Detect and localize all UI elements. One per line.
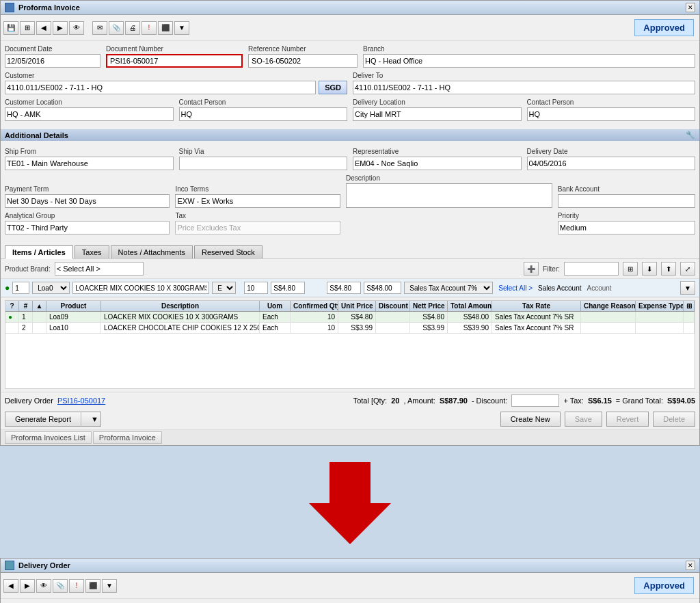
delivery-order-titlebar: Delivery Order ✕: [1, 559, 699, 573]
do-toolbar-eye-btn[interactable]: 👁: [36, 579, 51, 593]
description-input[interactable]: [346, 183, 552, 208]
revert-btn[interactable]: Revert: [606, 412, 649, 427]
toolbar-save-btn[interactable]: 💾: [3, 21, 18, 35]
tab-taxes[interactable]: Taxes: [75, 245, 109, 258]
toolbar-forward-btn[interactable]: ▶: [53, 21, 68, 35]
row-number-input[interactable]: [12, 282, 29, 294]
toolbar-dropdown-btn[interactable]: ▼: [174, 21, 189, 35]
representative-group: Representative EM04 - Noe Saqlio: [353, 148, 522, 170]
toolbar-alert-btn[interactable]: !: [142, 21, 157, 35]
ship-via-select[interactable]: [179, 157, 348, 170]
grid-header: ? # ▲ Product Description Uom Confirmed …: [5, 301, 695, 312]
total-input[interactable]: [364, 282, 401, 294]
expand-btn[interactable]: ⤢: [680, 262, 695, 276]
generate-report-btn[interactable]: Generate Report: [5, 412, 81, 427]
do-toolbar-back-btn[interactable]: ◀: [3, 579, 18, 593]
upload-btn[interactable]: ⬆: [661, 262, 676, 276]
ship-from-select[interactable]: TE01 - Main Warehouse: [5, 157, 174, 170]
product-brand-select[interactable]: < Select All >: [55, 262, 144, 276]
row2-product: Loa10: [46, 323, 101, 333]
add-row-btn[interactable]: ➕: [524, 262, 539, 276]
customer-select[interactable]: 4110.011/SE002 - 7-11 - HQ: [5, 81, 316, 94]
row2-extra: [684, 323, 695, 333]
ref-number-input[interactable]: [248, 54, 358, 68]
representative-select[interactable]: EM04 - Noe Saqlio: [353, 157, 522, 170]
download-btn[interactable]: ⬇: [642, 262, 657, 276]
save-btn[interactable]: Save: [565, 412, 602, 427]
select-all-link[interactable]: Select All >: [498, 284, 533, 292]
uom-select[interactable]: Ea: [212, 282, 236, 294]
filter-input[interactable]: [564, 262, 619, 276]
toolbar-print-btn[interactable]: 🖨: [125, 21, 140, 35]
tab-notes-attachments[interactable]: Notes / Attachments: [111, 245, 193, 258]
branch-group: Branch HQ - Head Office: [363, 45, 695, 68]
tab-reserved-stock[interactable]: Reserved Stock: [194, 245, 262, 258]
doc-number-label: Document Number: [106, 45, 243, 53]
delivery-order-toolbar: ◀ ▶ 👁 📎 ! ⬛ ▼ Approved: [1, 573, 699, 599]
total-qty-label: Total [Qty:: [353, 397, 388, 405]
proforma-invoice-titlebar: Proforma Invoice ✕: [1, 1, 699, 15]
form-row-2: Customer 4110.011/SE002 - 7-11 - HQ SGD …: [5, 72, 695, 94]
doc-number-input[interactable]: [106, 54, 243, 68]
priority-select[interactable]: Medium: [558, 221, 695, 234]
cust-location-select[interactable]: HQ - AMK: [5, 107, 174, 121]
grid-row-1[interactable]: ● 1 Loa09 LOACKER MIX COOKIES 10 X 300GR…: [5, 312, 695, 323]
col-extra: ⊞: [684, 301, 695, 311]
row-action-btn[interactable]: ▼: [680, 281, 695, 295]
tax-rate-select[interactable]: Sales Tax Account 7%: [404, 282, 493, 294]
proforma-invoice-close-btn[interactable]: ✕: [686, 3, 695, 12]
toolbar-back-btn[interactable]: ◀: [36, 21, 51, 35]
grid-row-2[interactable]: 2 Loa10 LOACKER CHOCOLATE CHIP COOKIES 1…: [5, 323, 695, 334]
toolbar-mail-btn[interactable]: ✉: [92, 21, 107, 35]
svg-marker-0: [309, 462, 391, 544]
delivery-location-select[interactable]: City Hall MRT: [353, 107, 522, 121]
generate-report-arrow-btn[interactable]: ▼: [81, 412, 101, 427]
sales-account-label: Sales Account: [538, 284, 581, 292]
toolbar-grid-btn[interactable]: ⊞: [20, 21, 35, 35]
payment-term-select[interactable]: Net 30 Days - Net 30 Days: [5, 194, 170, 208]
col-uom: Uom: [260, 301, 291, 311]
qty-input[interactable]: [244, 282, 268, 294]
product-description-input[interactable]: [72, 282, 209, 294]
tab-items-articles[interactable]: Items / Articles: [5, 245, 73, 259]
do-toolbar-stop-btn[interactable]: ⬛: [85, 579, 100, 593]
branch-select[interactable]: HQ - Head Office: [363, 54, 695, 68]
currency-btn[interactable]: SGD: [319, 81, 347, 94]
create-new-btn[interactable]: Create New: [500, 412, 561, 427]
delivery-order-close-btn[interactable]: ✕: [686, 561, 695, 570]
toolbar-attach-btn[interactable]: 📎: [109, 21, 124, 35]
bank-account-select[interactable]: [558, 194, 695, 208]
doc-date-select[interactable]: 12/05/2016: [5, 54, 100, 68]
row2-qty: 10: [291, 323, 338, 333]
nett-price-input[interactable]: [327, 282, 361, 294]
contact-person-select[interactable]: HQ: [179, 107, 348, 121]
do-toolbar-dropdown-btn[interactable]: ▼: [102, 579, 117, 593]
ship-from-group: Ship From TE01 - Main Warehouse: [5, 148, 174, 170]
deliver-to-select[interactable]: 4110.011/SE002 - 7-11 - HQ: [353, 81, 695, 94]
unit-price-input[interactable]: [271, 282, 305, 294]
delivery-date-select[interactable]: 04/05/2016: [527, 157, 696, 170]
analytical-group-select[interactable]: TT02 - Third Party: [5, 221, 170, 234]
inco-terms-select[interactable]: EXW - Ex Works: [175, 194, 340, 208]
product-code-select[interactable]: Loa0: [32, 282, 70, 294]
delete-btn[interactable]: Delete: [653, 412, 695, 427]
discount-input[interactable]: [511, 394, 559, 407]
do-toolbar-forward-btn[interactable]: ▶: [20, 579, 35, 593]
deliver-to-label: Deliver To: [353, 72, 695, 79]
form-row-1: Document Date 12/05/2016 Document Number…: [5, 45, 695, 68]
do-toolbar-attach-btn[interactable]: 📎: [53, 579, 68, 593]
row1-change-reason: [581, 312, 636, 322]
amount-label: , Amount:: [403, 397, 435, 405]
generate-report-dropdown: Generate Report ▼: [5, 412, 101, 427]
breadcrumb-proforma-list[interactable]: Proforma Invoices List: [5, 431, 92, 444]
delivery-contact-select[interactable]: HQ: [527, 107, 696, 121]
breadcrumb-proforma-invoice[interactable]: Proforma Invoice: [93, 431, 162, 444]
toolbar-stop-btn[interactable]: ⬛: [158, 21, 173, 35]
do-toolbar-alert-btn[interactable]: !: [69, 579, 84, 593]
delivery-location-label: Delivery Location: [353, 98, 522, 106]
filter-icon-btn[interactable]: ⊞: [623, 262, 638, 276]
ship-from-label: Ship From: [5, 148, 174, 155]
tax-select[interactable]: Price Excludes Tax: [175, 221, 340, 234]
delivery-order-link[interactable]: PSI16-050017: [57, 397, 105, 405]
toolbar-eye-btn[interactable]: 👁: [69, 21, 84, 35]
